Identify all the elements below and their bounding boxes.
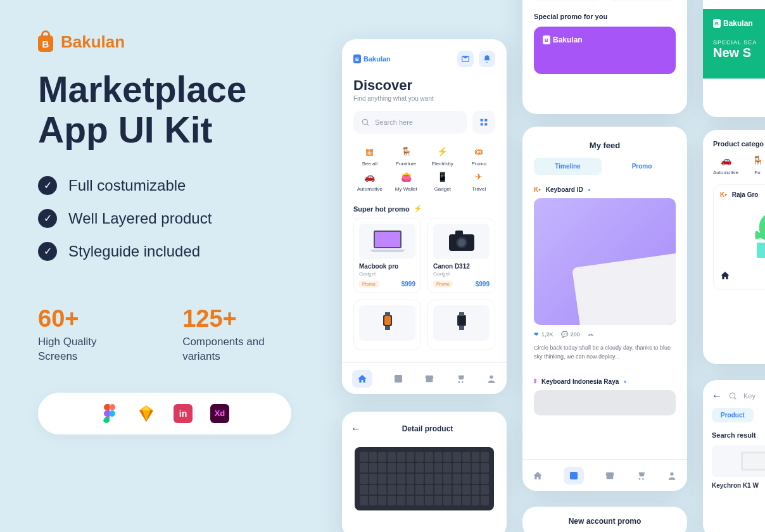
scan-button[interactable] — [472, 111, 495, 134]
svg-rect-17 — [385, 326, 390, 330]
price: $999 — [401, 281, 415, 288]
tab-home[interactable] — [533, 471, 543, 481]
feature-text: Full costumizable — [68, 177, 186, 194]
bell-icon[interactable] — [479, 51, 495, 67]
product-image — [359, 305, 415, 341]
tab-timeline[interactable]: Timeline — [534, 158, 602, 175]
check-icon: ✓ — [38, 209, 57, 228]
home-icon[interactable] — [720, 270, 730, 281]
check-icon: ✓ — [38, 242, 57, 261]
feature-item: ✓ Well Layered product — [38, 209, 304, 228]
svg-point-0 — [109, 410, 115, 417]
tab-home[interactable] — [352, 370, 372, 388]
product-card[interactable]: Macbook pro Gadget Promo$999 — [353, 218, 421, 293]
category-furniture[interactable]: 🪑Furniture — [390, 145, 423, 167]
product-image — [433, 305, 490, 341]
post-author[interactable]: ⦀Keyboard Indonesia Raya▪ — [534, 377, 676, 385]
screen-search: ← Key Product Search result Keychron K1 … — [703, 380, 765, 532]
product-name: Macbook pro — [359, 263, 415, 270]
like-button[interactable]: ❤1,2K — [534, 331, 553, 338]
xd-icon: Xd — [210, 404, 229, 423]
comment-button[interactable]: 💬200 — [561, 331, 580, 338]
tab-profile[interactable] — [667, 471, 677, 481]
feature-item: ✓ Full costumizable — [38, 176, 304, 195]
svg-rect-4 — [481, 119, 483, 122]
ticket-icon: 🎟 — [472, 145, 485, 158]
search-input[interactable]: Search here — [353, 111, 467, 134]
screen-detail: ← Detail product — [342, 412, 507, 532]
banner-title: New S — [713, 46, 765, 60]
app-logo[interactable]: BBakulan — [353, 54, 391, 63]
invision-icon: in — [174, 404, 193, 423]
product-name: Keychron K1 W — [712, 477, 765, 494]
tab-promo[interactable]: Promo — [608, 158, 676, 175]
svg-rect-6 — [481, 123, 483, 125]
category-wallet[interactable]: 👛My Wallet — [390, 170, 423, 192]
category-travel[interactable]: ✈Travel — [463, 170, 496, 192]
svg-line-3 — [367, 124, 369, 125]
share-button[interactable]: ⫘ — [588, 331, 593, 338]
wallet-icon: 👛 — [400, 170, 412, 183]
category-promo[interactable]: 🎟Promo — [463, 145, 496, 167]
tab-profile[interactable] — [486, 374, 496, 384]
post-text: Circle back today shall be a cloudy day,… — [534, 344, 676, 361]
category-gadget[interactable]: 📱Gadget — [426, 170, 459, 192]
stat: 125+ Components and variants — [182, 305, 304, 364]
post-image[interactable] — [534, 390, 676, 415]
tab-feed[interactable] — [564, 467, 584, 484]
category-automotive[interactable]: 🚗Automotive — [713, 154, 738, 175]
search-icon — [361, 118, 370, 127]
tab-product[interactable]: Product — [712, 408, 754, 422]
stat-number: 60+ — [38, 305, 138, 332]
check-icon: ✓ — [38, 176, 57, 195]
headline: Marketplace App UI Kit — [38, 70, 304, 151]
plane-icon: ✈ — [472, 170, 485, 183]
offer-banner[interactable]: BBakulan SPECIAL SEA New S — [703, 9, 765, 79]
feed-post: ⦀Keyboard Indonesia Raya▪ — [522, 375, 687, 418]
post-author[interactable]: K•Keyboard ID▪ — [534, 186, 676, 193]
product-image[interactable] — [712, 445, 765, 477]
back-button[interactable]: ← — [712, 390, 722, 402]
category-automotive[interactable]: 🚗Automotive — [353, 170, 386, 192]
product-card[interactable]: Canon D312 Gadget Promo$999 — [427, 218, 495, 293]
screen-category: Product catego 🚗Automotive 🪑Fu K•Raja Gr… — [703, 130, 765, 364]
product-card[interactable] — [427, 300, 495, 350]
product-image — [359, 224, 415, 259]
tab-bar — [522, 459, 687, 491]
tab-feed[interactable] — [393, 374, 403, 384]
promo-banner[interactable]: BBakulan — [534, 27, 676, 74]
svg-rect-13 — [455, 231, 463, 236]
product-category: Gadget — [359, 271, 415, 277]
verified-icon: ▪ — [624, 378, 626, 385]
mail-icon[interactable] — [457, 51, 474, 67]
tool-icons: in Xd — [38, 393, 291, 434]
svg-rect-26 — [757, 243, 765, 258]
category-seeall[interactable]: ▦See all — [353, 145, 386, 167]
tab-store[interactable] — [424, 374, 434, 384]
brand-logo: B Bakulan — [38, 32, 304, 52]
marketing-panel: B Bakulan Marketplace App UI Kit ✓ Full … — [38, 32, 304, 434]
page-title: Discover — [342, 73, 507, 95]
chair-icon: 🪑 — [400, 145, 412, 158]
tab-cart[interactable] — [455, 374, 465, 384]
category-furniture[interactable]: 🪑Fu — [751, 154, 764, 175]
stat-label: High Quality Screens — [38, 335, 138, 364]
page-title: New account promo — [569, 517, 642, 526]
product-image — [355, 447, 494, 510]
product-card[interactable]: Keychron Q5 Gadget Promo$999 — [534, 0, 602, 1]
banner-logo: BBakulan — [713, 19, 765, 28]
product-card[interactable]: Keychron K2 Gadget Promo$999 — [608, 0, 676, 1]
stats: 60+ High Quality Screens 125+ Components… — [38, 305, 304, 364]
svg-point-23 — [490, 375, 493, 378]
svg-point-28 — [730, 393, 735, 398]
product-category: Gadget — [433, 271, 490, 277]
product-card[interactable] — [353, 300, 421, 350]
category-electricity[interactable]: ⚡Electricity — [426, 145, 459, 167]
feature-text: Well Layered product — [68, 210, 212, 227]
tab-cart[interactable] — [636, 471, 646, 481]
store-card[interactable]: K•Raja Gro — [713, 184, 765, 290]
stat-number: 125+ — [182, 305, 304, 332]
search-value[interactable]: Key — [743, 392, 756, 400]
tab-store[interactable] — [605, 471, 615, 481]
post-image[interactable] — [534, 198, 676, 325]
